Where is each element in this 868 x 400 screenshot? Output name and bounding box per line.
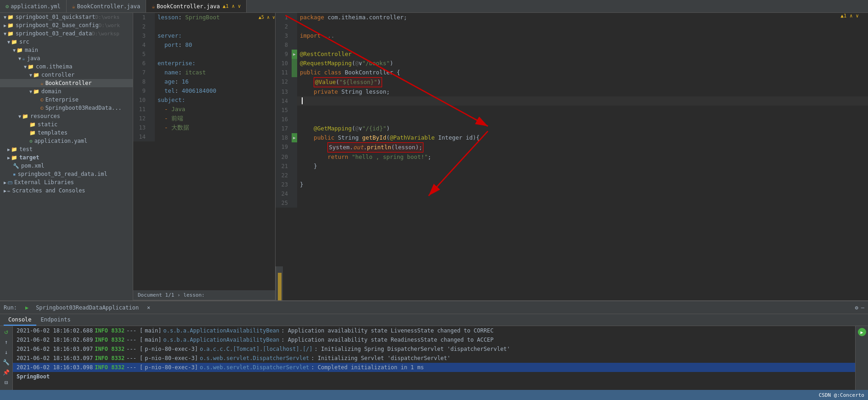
yaml-breadcrumb: Document 1/1 › lesson:	[133, 290, 275, 300]
yaml-line-1: 1 lesson: SpringBoot ▲5 ∧ ∨	[133, 13, 275, 22]
java-line-17: 17 @GetMapping(@∨"/{id}")	[276, 124, 868, 133]
sidebar-item-pom-xml[interactable]: 🔧 pom.xml	[0, 162, 133, 170]
yaml-line-5: 5	[133, 50, 275, 59]
java-editor: 1 package com.itheima.controller; 2 3	[276, 13, 868, 300]
project-sidebar: ▼ 📁 springboot_01_quickstart D:\works ▶ …	[0, 13, 133, 300]
yaml-line-4: 4 port: 80	[133, 40, 275, 50]
sidebar-item-springboot03readdata[interactable]: © Springboot03ReadData...	[0, 104, 133, 112]
log-line-2: 2021-06-02 18:16:02.689 INFO 8332 --- [ …	[13, 335, 855, 344]
bottom-panel: Run: ▶ Springboot03ReadDataApplication ×…	[0, 300, 868, 390]
minimize-icon[interactable]: —	[861, 304, 864, 311]
log-line-5[interactable]: 2021-06-02 18:16:03.098 INFO 8332 --- [ …	[13, 363, 855, 372]
yaml-line-11: 11 - Java	[133, 105, 275, 114]
java-line-23: 23 }	[276, 180, 868, 189]
java-line-10: 10 @RequestMapping(@∨"/books")	[276, 59, 868, 68]
java-line-22: 22	[276, 171, 868, 180]
sidebar-item-controller[interactable]: ▼ 📁 controller	[0, 71, 133, 79]
console-left-toolbar: ↺ ↑ ↓ 🔧 📌 ⊟	[0, 326, 13, 390]
sidebar-item-main[interactable]: ▼ 📁 main	[0, 46, 133, 54]
warning-icon-tab: ▲1 ∧ ∨	[223, 3, 241, 9]
log-line-4: 2021-06-02 18:16:03.097 INFO 8332 --- [ …	[13, 354, 855, 363]
yaml-line-8: 8 age: 16	[133, 77, 275, 86]
tab-application-yml[interactable]: ⚙ application.yml	[0, 0, 67, 12]
yaml-line-14: 14	[133, 132, 275, 141]
java-line-18: 18 ▶ public String getById(@PathVariable…	[276, 133, 868, 142]
java-line-24: 24	[276, 189, 868, 198]
tab-bookcontroller-1[interactable]: ☕ BookController.java	[67, 0, 147, 12]
java-line-20: 20 return "hello , spring boot!";	[276, 152, 868, 162]
java-line-13: 13 private String lesson;	[276, 87, 868, 96]
close-run-tab[interactable]: ×	[147, 304, 150, 311]
java-line-15: 15	[276, 106, 868, 115]
csdn-label: CSDN @:Concerto	[819, 392, 864, 398]
sidebar-item-domain[interactable]: ▼ 📁 domain	[0, 87, 133, 96]
java-file-icon-1: ☕	[72, 3, 75, 10]
java-line-2: 2	[276, 22, 868, 31]
filter-icon[interactable]: ⊟	[5, 379, 8, 386]
console-content[interactable]: ↺ ↑ ↓ 🔧 📌 ⊟ 2021-06-02 18:16:02.688 INFO…	[0, 326, 868, 390]
bottom-toolbar: ⚙ —	[855, 304, 864, 311]
sidebar-item-java[interactable]: ▼ ☕ java	[0, 54, 133, 62]
sidebar-item-springboot03[interactable]: ▼ 📁 springboot_03_read_data D:\worksp	[0, 29, 133, 38]
java-line-21: 21 }	[276, 162, 868, 171]
run-green-icon[interactable]: ▶	[858, 328, 866, 336]
console-tab-console[interactable]: Console	[4, 315, 36, 326]
sidebar-item-src[interactable]: ▼ 📁 src	[0, 38, 133, 46]
warning-counter: ▲1 ∧ ∨	[840, 13, 859, 19]
scroll-warning-marker	[278, 273, 282, 300]
sidebar-item-static[interactable]: 📁 static	[0, 120, 133, 129]
sidebar-item-springboot01[interactable]: ▼ 📁 springboot_01_quickstart D:\works	[0, 13, 133, 21]
sidebar-item-resources[interactable]: ▼ 📁 resources	[0, 112, 133, 120]
tab-bookcontroller-2[interactable]: ☕ BookController.java ▲1 ∧ ∨	[146, 0, 247, 12]
yaml-editor-content[interactable]: 1 lesson: SpringBoot ▲5 ∧ ∨ 2	[133, 13, 275, 290]
log-line-3: 2021-06-02 18:16:03.097 INFO 8332 --- [ …	[13, 344, 855, 354]
java-line-14: 14	[276, 96, 868, 106]
yaml-line-13: 13 - 大数据	[133, 123, 275, 132]
yaml-editor: 1 lesson: SpringBoot ▲5 ∧ ∨ 2	[133, 13, 276, 300]
console-tab-endpoints[interactable]: Endpoints	[36, 315, 75, 326]
sidebar-item-iml[interactable]: ▪ springboot_03_read_data.iml	[0, 170, 133, 178]
yaml-line-12: 12 - 前端	[133, 114, 275, 123]
sidebar-item-test[interactable]: ▶ 📁 test	[0, 145, 133, 153]
pin-icon[interactable]: 📌	[3, 369, 10, 376]
java-file-icon-2: ☕	[152, 3, 155, 10]
yaml-line-3: 3 server:	[133, 31, 275, 40]
java-line-8: 8	[276, 40, 868, 50]
java-line-1: 1 package com.itheima.controller;	[276, 13, 868, 22]
java-editor-content[interactable]: 1 package com.itheima.controller; 2 3	[276, 13, 868, 266]
sidebar-item-templates[interactable]: 📁 templates	[0, 129, 133, 137]
run-bar: Run: ▶ Springboot03ReadDataApplication ×…	[0, 301, 868, 314]
sidebar-item-com-itheima[interactable]: ▼ 📁 com.itheima	[0, 62, 133, 71]
java-line-11: 11 public class BookController {	[276, 68, 868, 77]
yaml-line-6: 6 enterprise:	[133, 59, 275, 68]
log-line-springboot: SpringBoot	[13, 372, 855, 381]
java-line-3: 3 import ...	[276, 31, 868, 40]
restart-icon[interactable]: ↺	[4, 328, 8, 335]
sidebar-item-enterprise[interactable]: © Enterprise	[0, 96, 133, 104]
scroll-down-icon[interactable]: ↓	[5, 349, 8, 355]
tab-bar: ⚙ application.yml ☕ BookController.java …	[0, 0, 868, 13]
log-line-1: 2021-06-02 18:16:02.688 INFO 8332 --- [ …	[13, 326, 855, 335]
java-line-16: 16	[276, 115, 868, 124]
app-icon: ▶	[25, 304, 28, 311]
yaml-line-10: 10 subject:	[133, 96, 275, 105]
run-label: Run:	[4, 304, 17, 311]
sidebar-item-bookcontroller[interactable]: ☕ BookController	[0, 79, 133, 87]
editor-scrollbar[interactable]	[276, 266, 283, 300]
java-line-9: 9 ▶ @RestController	[276, 50, 868, 59]
java-line-25: 25	[276, 198, 868, 208]
sidebar-item-application-yaml[interactable]: ⚙ application.yaml	[0, 137, 133, 145]
scroll-up-icon[interactable]: ↑	[5, 339, 8, 345]
java-line-12: 12 @Value("${lesson}")	[276, 77, 868, 87]
yaml-line-2: 2	[133, 22, 275, 31]
log-lines-container: 2021-06-02 18:16:02.688 INFO 8332 --- [ …	[13, 326, 855, 390]
sidebar-item-external-libraries[interactable]: ▶ 🗃 External Libraries	[0, 178, 133, 186]
sidebar-item-springboot02[interactable]: ▶ 📁 springboot_02_base_config D:\work	[0, 21, 133, 29]
sidebar-item-scratches-consoles[interactable]: ▶ ✏ Scratches and Consoles	[0, 186, 133, 195]
wrench-icon[interactable]: 🔧	[3, 359, 10, 366]
warning-line1: ▲5 ∧ ∨	[259, 13, 275, 22]
yaml-line-7: 7 name: itcast	[133, 68, 275, 77]
sidebar-item-target[interactable]: ▶ 📁 target	[0, 153, 133, 162]
settings-icon[interactable]: ⚙	[855, 304, 858, 311]
yaml-line-9: 9 tel: 4006184000	[133, 86, 275, 96]
